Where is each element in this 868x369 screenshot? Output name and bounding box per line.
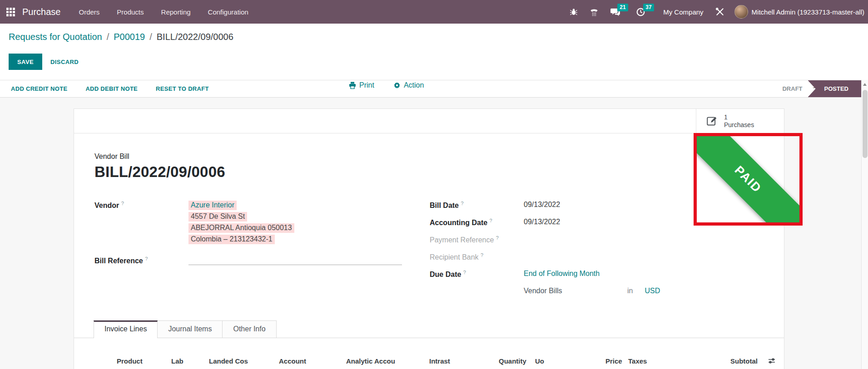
scrollbar-up-arrow-icon[interactable] (863, 83, 867, 86)
currency-link[interactable]: USD (645, 287, 660, 295)
activities-badge: 37 (643, 4, 654, 11)
breadcrumb-current: BILL/2022/09/0006 (157, 32, 233, 42)
due-date-terms-link[interactable]: End of Following Month (524, 270, 600, 277)
journal-in-word: in (627, 287, 633, 295)
topbar: Purchase Orders Products Reporting Confi… (0, 0, 868, 24)
column-header-subtotal[interactable]: Subtotal (730, 357, 758, 365)
printer-icon (349, 82, 356, 89)
column-header-landed-costs[interactable]: Landed Cos (209, 357, 248, 365)
user-menu[interactable]: Mitchell Admin (19233713-master-all) (752, 8, 864, 16)
vendor-label: Vendor ? (94, 201, 188, 246)
menu-configuration[interactable]: Configuration (208, 8, 248, 16)
status-draft[interactable]: DRAFT (782, 80, 802, 97)
control-panel: Requests for Quotation/P00019/BILL/2022/… (0, 24, 868, 80)
vertical-scrollbar[interactable] (861, 80, 868, 369)
payment-reference-field-row: Payment Reference ? (430, 235, 764, 252)
column-header-label[interactable]: Lab (171, 357, 184, 365)
accounting-date-label: Accounting Date ? (430, 218, 524, 227)
breadcrumb-requests-for-quotation[interactable]: Requests for Quotation (9, 32, 102, 42)
print-label: Print (359, 81, 374, 89)
form-header: ADD CREDIT NOTE ADD DEBIT NOTE RESET TO … (0, 80, 868, 98)
column-header-price[interactable]: Price (605, 357, 622, 365)
menu-reporting[interactable]: Reporting (161, 8, 191, 16)
print-button[interactable]: Print (349, 81, 374, 89)
document-actions: Print Action (349, 77, 424, 93)
breadcrumb-p00019[interactable]: P00019 (114, 32, 145, 42)
breadcrumb: Requests for Quotation/P00019/BILL/2022/… (9, 31, 868, 43)
column-header-quantity[interactable]: Quantity (499, 357, 526, 365)
vendor-address-line: ABEJORRAL Antioquia 050013 (188, 223, 294, 233)
help-mark: ? (496, 235, 499, 241)
smart-button-count: 1 (724, 113, 754, 121)
document-type-label: Vendor Bill (94, 153, 764, 161)
column-header-uom[interactable]: Uo (535, 357, 544, 365)
debug-tools-icon[interactable] (715, 7, 724, 16)
journal-link[interactable]: Vendor Bills (524, 287, 627, 295)
payment-reference-label: Payment Reference ? (430, 235, 524, 244)
column-header-analytic-account[interactable]: Analytic Accou (346, 357, 395, 365)
company-switcher[interactable]: My Company (663, 8, 703, 16)
app-root: Purchase Orders Products Reporting Confi… (0, 0, 868, 369)
bill-reference-input[interactable] (188, 253, 402, 265)
save-button[interactable]: SAVE (9, 54, 42, 70)
document-name: BILL/2022/09/0006 (94, 163, 764, 181)
reset-to-draft-button[interactable]: RESET TO DRAFT (156, 85, 209, 92)
statusbar: DRAFT POSTED (782, 80, 861, 97)
user-avatar[interactable] (734, 5, 748, 19)
breadcrumb-separator: / (107, 32, 109, 42)
help-mark: ? (463, 270, 466, 275)
tab-other-info[interactable]: Other Info (223, 320, 276, 338)
help-mark: ? (481, 252, 483, 258)
menu-orders[interactable]: Orders (79, 8, 100, 16)
bill-reference-label: Bill Reference ? (94, 256, 188, 265)
tab-journal-items[interactable]: Journal Items (158, 320, 223, 338)
add-debit-note-button[interactable]: ADD DEBIT NOTE (85, 85, 138, 92)
form-sheet: 1 Purchases Vendor Bill BILL/2022/09/000… (74, 108, 784, 369)
purchases-smart-button[interactable]: 1 Purchases (696, 109, 784, 133)
status-posted[interactable]: POSTED (808, 80, 861, 97)
scrollbar-thumb[interactable] (863, 90, 868, 158)
due-date-field-row: Due Date ? End of Following Month (430, 270, 764, 287)
vendor-link[interactable]: Azure Interior (188, 201, 237, 210)
bill-date-label: Bill Date ? (430, 201, 524, 210)
recipient-bank-label: Recipient Bank ? (430, 252, 524, 261)
activities-clock-icon[interactable]: 37 (636, 8, 645, 16)
app-name[interactable]: Purchase (22, 7, 61, 17)
vendor-field-row: Vendor ? Azure Interior 4557 De Silva St… (94, 201, 430, 246)
bill-date-value[interactable]: 09/13/2022 (524, 201, 560, 209)
vendor-address-line: 4557 De Silva St (188, 212, 247, 221)
paid-ribbon-label: PAID (732, 163, 764, 196)
form-content: 1 Purchases Vendor Bill BILL/2022/09/000… (0, 98, 868, 369)
column-header-intrastat[interactable]: Intrast (429, 357, 450, 365)
action-button[interactable]: Action (393, 81, 424, 89)
help-mark: ? (121, 201, 124, 206)
column-header-account[interactable]: Account (279, 357, 306, 365)
menu-products[interactable]: Products (117, 8, 144, 16)
button-box: 1 Purchases (74, 109, 784, 133)
paid-ribbon: PAID (694, 133, 803, 226)
annotation-highlight-box: PAID (694, 133, 803, 226)
bug-icon[interactable] (570, 8, 578, 16)
control-panel-actions: SAVE DISCARD (9, 54, 868, 70)
smart-button-label: Purchases (724, 121, 754, 129)
discard-button[interactable]: DISCARD (50, 59, 79, 65)
due-date-label: Due Date ? (430, 270, 524, 279)
breadcrumb-separator: / (149, 32, 152, 42)
messages-icon[interactable]: 21 (610, 8, 620, 16)
journal-field-row: Vendor BillsinUSD (430, 287, 764, 304)
add-credit-note-button[interactable]: ADD CREDIT NOTE (11, 85, 67, 92)
gear-icon (393, 82, 401, 89)
bill-reference-field-row: Bill Reference ? (94, 253, 430, 265)
action-label: Action (404, 81, 424, 89)
optional-columns-icon[interactable] (768, 357, 775, 364)
help-mark: ? (461, 201, 463, 206)
column-header-taxes[interactable]: Taxes (628, 357, 647, 365)
recipient-bank-field-row: Recipient Bank ? (430, 252, 764, 270)
voip-phone-icon[interactable] (590, 7, 599, 16)
tab-invoice-lines[interactable]: Invoice Lines (94, 320, 158, 338)
help-mark: ? (490, 218, 492, 223)
help-mark: ? (145, 256, 148, 261)
apps-menu-icon[interactable] (6, 8, 15, 16)
accounting-date-value[interactable]: 09/13/2022 (524, 218, 560, 226)
column-header-product[interactable]: Product (117, 357, 143, 365)
